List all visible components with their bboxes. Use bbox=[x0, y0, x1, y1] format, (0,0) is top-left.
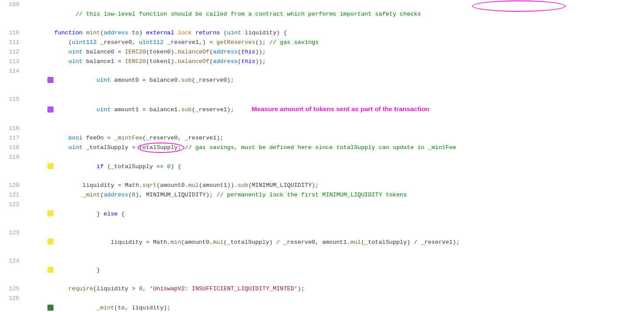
code-line-125: 125 require(liquidity > 0, 'UniswapV2: I… bbox=[0, 284, 644, 294]
comment-121: // permanently lock the first MINIMUM_LI… bbox=[217, 192, 407, 198]
totalSupply-text: totalSupply; bbox=[139, 144, 181, 151]
fn-balanceOf: balanceOf bbox=[178, 49, 209, 55]
plain bbox=[26, 58, 68, 65]
plain: (_reserve0); bbox=[192, 77, 234, 83]
comment-gas: // gas savings bbox=[269, 39, 319, 46]
line-content-114: uint amount0 = balance0.sub(_reserve0); bbox=[26, 66, 644, 95]
fn-balanceOf-113: balanceOf bbox=[178, 58, 209, 65]
plain: _reserve1,) = bbox=[164, 39, 217, 46]
plain: } bbox=[54, 211, 104, 217]
type-uint-115: uint bbox=[97, 106, 111, 113]
plain: ( bbox=[128, 192, 132, 198]
plain: (token0). bbox=[146, 49, 178, 55]
plain: liquidity = Math. bbox=[54, 239, 171, 246]
code-line-117: 117 bool feeOn = _mintFee(_reserve0, _re… bbox=[0, 133, 644, 143]
line-content-116 bbox=[26, 124, 644, 133]
line-content-125: require(liquidity > 0, 'UniswapV2: INSUF… bbox=[26, 284, 644, 294]
fn-require: require bbox=[68, 285, 93, 292]
plain: liquidity = Math. bbox=[26, 182, 142, 189]
plain: )); bbox=[255, 49, 266, 55]
line-content-126: _mint(to, liquidity); bbox=[26, 294, 644, 312]
line-content-111: (uint112 _reserve0, uint112 _reserve1,) … bbox=[26, 38, 644, 47]
type-uint-112: uint bbox=[68, 49, 82, 55]
plain: (MINIMUM_LIQUIDITY); bbox=[248, 182, 319, 189]
plain bbox=[54, 305, 97, 311]
type-address: address bbox=[104, 30, 128, 36]
line-content-115: uint amount1 = balance1.sub(_reserve1); … bbox=[26, 95, 644, 124]
type-uint-113: uint bbox=[68, 58, 82, 65]
line-content-120: liquidity = Math.sqrt(amount0.mul(amount… bbox=[26, 181, 644, 190]
code-line-114: 114 uint amount0 = balance0.sub(_reserve… bbox=[0, 66, 644, 95]
plain: (amount0. bbox=[157, 182, 188, 189]
fn-sub-115: sub bbox=[181, 106, 191, 113]
code-line-119: 119 if (_totalSupply == 0) { bbox=[0, 153, 644, 181]
fn-mul-120: mul bbox=[188, 182, 199, 189]
type-bool: bool bbox=[68, 135, 82, 141]
code-line-113: 113 uint balance1 = IERC20(token1).balan… bbox=[0, 57, 644, 66]
line-content-109: // this low-level function should be cal… bbox=[26, 0, 644, 28]
str-125: 'UniswapV2: INSUFFICIENT_LIQUIDITY_MINTE… bbox=[150, 285, 298, 292]
plain: ), MINIMUM_LIQUIDITY); bbox=[135, 192, 216, 198]
line-content-119: if (_totalSupply == 0) { bbox=[26, 153, 644, 181]
line-number-111: 111 bbox=[0, 38, 26, 47]
plain: (liquidity > bbox=[93, 285, 139, 292]
line-content-118: uint _totalSupply = totalSupply; // gas … bbox=[26, 143, 644, 153]
code-line-118: 118 uint _totalSupply = totalSupply; // … bbox=[0, 143, 644, 153]
line-content-112: uint balance0 = IERC20(token0).balanceOf… bbox=[26, 47, 644, 57]
fn-mint: mint bbox=[86, 30, 100, 36]
fn-min: min bbox=[171, 239, 181, 246]
plain: balance0 = bbox=[83, 49, 125, 55]
line-number-122: 122 bbox=[0, 200, 26, 209]
line-number-120: 120 bbox=[0, 181, 26, 190]
num-0-119: 0 bbox=[167, 163, 171, 170]
plain: (to, liquidity); bbox=[114, 305, 171, 311]
plain: } bbox=[54, 267, 100, 273]
line-number-126: 126 bbox=[0, 294, 26, 303]
kw-if-119: if bbox=[97, 163, 104, 170]
line-number-121: 121 bbox=[0, 191, 26, 200]
type-uint: uint bbox=[227, 30, 241, 36]
plain: (_reserve0, _reserve1); bbox=[142, 135, 223, 141]
fn-getReserves: getReserves bbox=[217, 39, 255, 46]
plain: (_reserve1); bbox=[192, 106, 252, 113]
plain: (amount1)). bbox=[199, 182, 238, 189]
line-content-123: liquidity = Math.min(amount0.mul(_totalS… bbox=[26, 228, 644, 256]
line-number-118: 118 bbox=[0, 143, 26, 153]
purple-marker-115 bbox=[47, 106, 54, 113]
plain: ( bbox=[26, 39, 72, 46]
fn-mint-126: _mint bbox=[97, 305, 114, 311]
totalSupply-circled: totalSupply; bbox=[139, 144, 181, 151]
line-number-112: 112 bbox=[0, 48, 26, 57]
fn-ierc20: IERC20 bbox=[125, 49, 146, 55]
line-content-121: _mint(address(0), MINIMUM_LIQUIDITY); //… bbox=[26, 190, 644, 200]
code-line-115: 115 uint amount1 = balance1.sub(_reserve… bbox=[0, 95, 644, 124]
type-address-113: address bbox=[213, 58, 238, 65]
plain: to) bbox=[128, 30, 146, 36]
plain bbox=[26, 192, 83, 198]
fn-mint-121: _mint bbox=[83, 192, 101, 198]
num-0-121: 0 bbox=[132, 192, 135, 198]
plain bbox=[192, 30, 195, 36]
kw-this-112: this bbox=[241, 49, 255, 55]
kw-external: external bbox=[146, 30, 174, 36]
kw-lock: lock bbox=[178, 30, 191, 36]
line-number-124: 124 bbox=[0, 257, 26, 266]
plain: ( bbox=[220, 30, 227, 36]
plain: amount1 = balance1. bbox=[111, 106, 181, 113]
type-address-112: address bbox=[213, 49, 238, 55]
yellow-marker-123 bbox=[47, 239, 54, 245]
plain bbox=[26, 135, 68, 141]
type-uint-118: uint bbox=[68, 144, 82, 151]
code-viewer: 109 // this low-level function should be… bbox=[0, 0, 644, 312]
code-line-120: 120 liquidity = Math.sqrt(amount0.mul(am… bbox=[0, 181, 644, 190]
fn-sub-120: sub bbox=[238, 182, 248, 189]
line-number-123: 123 bbox=[0, 229, 26, 238]
yellow-marker-124 bbox=[47, 267, 54, 273]
plain: ); bbox=[298, 285, 305, 292]
purple-marker-114 bbox=[47, 77, 54, 83]
kw-function: function bbox=[26, 30, 83, 36]
plain bbox=[26, 285, 68, 292]
kw-returns: returns bbox=[195, 30, 220, 36]
code-line-109: 109 // this low-level function should be… bbox=[0, 0, 644, 28]
plain: , bbox=[142, 285, 149, 292]
